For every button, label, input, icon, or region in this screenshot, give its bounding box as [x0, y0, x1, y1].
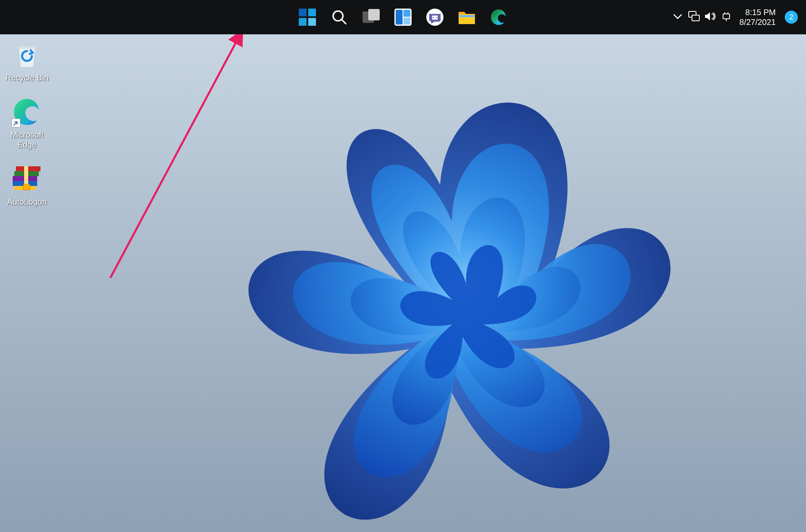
svg-rect-1 [308, 9, 316, 16]
widgets-button[interactable] [394, 8, 412, 27]
power-button[interactable] [721, 11, 733, 23]
desktop-icon-label: Microsoft Edge [2, 130, 51, 150]
winrar-icon [11, 163, 43, 194]
tray-overflow-button[interactable] [672, 11, 684, 23]
svg-point-15 [436, 17, 437, 18]
svg-rect-17 [459, 15, 474, 17]
autologon-desktop-item[interactable]: AutoLogon [2, 163, 51, 207]
edge-icon-large [11, 96, 43, 127]
search-icon [331, 9, 347, 25]
power-icon [721, 11, 733, 24]
start-icon [299, 9, 316, 26]
recycle-bin-desktop-item[interactable]: Recycle Bin [2, 39, 51, 83]
taskbar-right: 8:15 PM 8/27/2021 2 [672, 0, 802, 34]
start-button[interactable] [298, 8, 317, 27]
chat-icon [426, 9, 443, 26]
file-explorer-button[interactable] [457, 8, 476, 27]
widgets-icon [394, 9, 412, 26]
svg-line-31 [110, 33, 241, 278]
shortcut-arrow-icon [11, 118, 20, 127]
chat-button[interactable] [425, 8, 444, 27]
clock-time: 8:15 PM [746, 7, 776, 17]
edge-button[interactable] [489, 8, 508, 27]
desktop-icon-label: Recycle Bin [5, 73, 49, 83]
taskview-button[interactable] [362, 8, 381, 27]
microsoft-edge-desktop-item[interactable]: Microsoft Edge [2, 96, 51, 150]
sound-button[interactable] [704, 11, 716, 23]
svg-rect-10 [403, 10, 410, 17]
taskview-icon [362, 9, 381, 25]
edge-icon [490, 9, 507, 26]
svg-rect-30 [23, 184, 30, 190]
svg-rect-2 [299, 18, 307, 26]
search-button[interactable] [330, 8, 349, 27]
desktop-icons: Recycle Bin [2, 39, 51, 207]
taskbar: 8:15 PM 8/27/2021 2 [0, 0, 806, 34]
clock-date: 8/27/2021 [739, 17, 776, 27]
svg-rect-19 [692, 15, 699, 21]
svg-rect-9 [396, 10, 403, 25]
svg-point-14 [433, 17, 434, 18]
datetime-button[interactable]: 8:15 PM 8/27/2021 [737, 7, 778, 27]
notification-count: 2 [789, 13, 793, 22]
network-button[interactable] [688, 11, 700, 23]
taskbar-center [298, 8, 508, 27]
notification-center-button[interactable]: 2 [785, 11, 798, 24]
svg-rect-20 [723, 14, 730, 19]
sound-icon [704, 11, 716, 24]
svg-rect-0 [299, 9, 307, 16]
overflow-chevron-icon [672, 11, 683, 23]
svg-rect-3 [308, 18, 316, 26]
network-icon [688, 11, 700, 24]
svg-line-5 [342, 20, 346, 24]
annotation-arrow [102, 25, 253, 286]
desktop-icon-label: AutoLogon [7, 197, 47, 207]
svg-rect-7 [368, 9, 380, 20]
svg-rect-11 [403, 18, 410, 25]
file-explorer-icon [458, 9, 476, 25]
recycle-bin-icon [11, 39, 43, 70]
